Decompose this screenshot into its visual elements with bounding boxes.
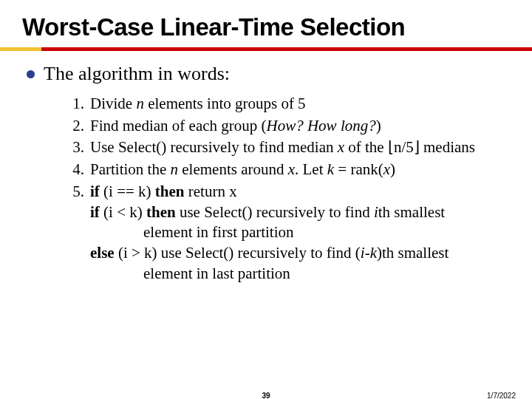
bullet-icon [27, 70, 35, 78]
item-number: 2. [66, 116, 84, 137]
slide: Worst-Case Linear-Time Selection The alg… [0, 0, 532, 399]
heading-text: The algorithm in words: [44, 63, 230, 85]
title-divider [0, 47, 532, 51]
divider-accent [0, 47, 41, 51]
bullet-heading: The algorithm in words: [27, 63, 511, 85]
item-text: if (i == k) then return x if (i < k) the… [90, 182, 511, 284]
item-text: Find median of each group (How? How long… [90, 116, 511, 137]
list-item: 2. Find median of each group (How? How l… [66, 116, 511, 137]
item-text: Partition the n elements around x. Let k… [90, 160, 511, 180]
list-item: 3. Use Select() recursively to find medi… [66, 137, 511, 158]
item-number: 1. [66, 94, 84, 115]
item-number: 5. [66, 182, 84, 284]
footer-date: 1/7/2022 [487, 392, 516, 399]
item-number: 4. [66, 160, 84, 180]
numbered-list: 1. Divide n elements into groups of 5 2.… [66, 94, 511, 284]
slide-body: The algorithm in words: 1. Divide n elem… [0, 51, 532, 284]
item-number: 3. [66, 137, 84, 158]
divider-main [41, 47, 532, 51]
list-item: 4. Partition the n elements around x. Le… [66, 160, 511, 180]
page-number: 39 [262, 392, 270, 399]
list-item: 1. Divide n elements into groups of 5 [66, 94, 511, 115]
item-text: Divide n elements into groups of 5 [90, 94, 511, 115]
item-text: Use Select() recursively to find median … [90, 137, 511, 158]
slide-title: Worst-Case Linear-Time Selection [0, 0, 532, 41]
list-item: 5. if (i == k) then return x if (i < k) … [66, 182, 511, 284]
